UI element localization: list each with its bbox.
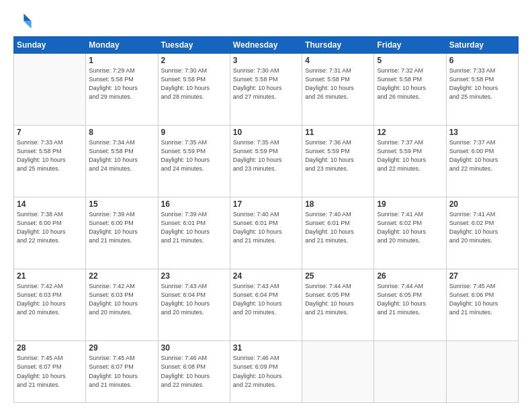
day-info: Sunrise: 7:40 AM Sunset: 6:01 PM Dayligh… bbox=[233, 210, 299, 245]
day-info: Sunrise: 7:37 AM Sunset: 6:00 PM Dayligh… bbox=[449, 138, 515, 173]
calendar-day-cell: 7Sunrise: 7:33 AM Sunset: 5:58 PM Daylig… bbox=[14, 126, 86, 197]
calendar-day-cell: 11Sunrise: 7:36 AM Sunset: 5:59 PM Dayli… bbox=[302, 126, 374, 197]
day-number: 27 bbox=[449, 271, 515, 281]
calendar-day-cell: 12Sunrise: 7:37 AM Sunset: 5:59 PM Dayli… bbox=[374, 126, 446, 197]
day-number: 5 bbox=[377, 56, 443, 65]
calendar-day-cell: 20Sunrise: 7:41 AM Sunset: 6:02 PM Dayli… bbox=[446, 197, 518, 269]
day-info: Sunrise: 7:39 AM Sunset: 6:00 PM Dayligh… bbox=[89, 210, 154, 245]
day-number: 19 bbox=[377, 199, 443, 209]
day-info: Sunrise: 7:34 AM Sunset: 5:58 PM Dayligh… bbox=[89, 138, 154, 173]
day-info: Sunrise: 7:35 AM Sunset: 5:59 PM Dayligh… bbox=[161, 138, 227, 173]
calendar-day-cell: 18Sunrise: 7:40 AM Sunset: 6:01 PM Dayli… bbox=[302, 197, 374, 269]
page: SundayMondayTuesdayWednesdayThursdayFrid… bbox=[0, 0, 532, 411]
weekday-header: Saturday bbox=[446, 37, 518, 54]
day-info: Sunrise: 7:46 AM Sunset: 6:08 PM Dayligh… bbox=[161, 354, 227, 389]
day-number: 11 bbox=[305, 128, 371, 137]
calendar-day-cell: 26Sunrise: 7:44 AM Sunset: 6:05 PM Dayli… bbox=[374, 269, 446, 341]
svg-marker-0 bbox=[24, 13, 31, 21]
day-info: Sunrise: 7:44 AM Sunset: 6:05 PM Dayligh… bbox=[305, 282, 371, 317]
day-info: Sunrise: 7:44 AM Sunset: 6:05 PM Dayligh… bbox=[377, 282, 443, 317]
day-number: 24 bbox=[233, 271, 299, 281]
day-number: 23 bbox=[161, 271, 227, 281]
weekday-header: Friday bbox=[374, 37, 446, 54]
calendar-day-cell: 2Sunrise: 7:30 AM Sunset: 5:58 PM Daylig… bbox=[158, 54, 230, 126]
calendar-day-cell: 16Sunrise: 7:39 AM Sunset: 6:01 PM Dayli… bbox=[158, 197, 230, 269]
calendar-day-cell: 21Sunrise: 7:42 AM Sunset: 6:03 PM Dayli… bbox=[14, 269, 86, 341]
calendar-day-cell bbox=[302, 341, 374, 403]
weekday-header: Wednesday bbox=[230, 37, 302, 54]
day-number: 20 bbox=[449, 199, 515, 209]
calendar-week-row: 28Sunrise: 7:45 AM Sunset: 6:07 PM Dayli… bbox=[14, 341, 519, 403]
day-info: Sunrise: 7:45 AM Sunset: 6:06 PM Dayligh… bbox=[449, 282, 515, 317]
calendar-week-row: 1Sunrise: 7:29 AM Sunset: 5:58 PM Daylig… bbox=[14, 54, 519, 126]
calendar-week-row: 14Sunrise: 7:38 AM Sunset: 6:00 PM Dayli… bbox=[14, 197, 519, 269]
calendar-day-cell bbox=[374, 341, 446, 403]
weekday-header: Monday bbox=[86, 37, 158, 54]
calendar-week-row: 21Sunrise: 7:42 AM Sunset: 6:03 PM Dayli… bbox=[14, 269, 519, 341]
calendar-day-cell: 29Sunrise: 7:45 AM Sunset: 6:07 PM Dayli… bbox=[86, 341, 158, 403]
calendar-day-cell: 19Sunrise: 7:41 AM Sunset: 6:02 PM Dayli… bbox=[374, 197, 446, 269]
calendar-table: SundayMondayTuesdayWednesdayThursdayFrid… bbox=[13, 36, 519, 403]
day-number: 26 bbox=[377, 271, 443, 281]
day-number: 16 bbox=[161, 199, 227, 209]
day-info: Sunrise: 7:30 AM Sunset: 5:58 PM Dayligh… bbox=[161, 66, 227, 101]
day-info: Sunrise: 7:41 AM Sunset: 6:02 PM Dayligh… bbox=[377, 210, 443, 245]
day-number: 12 bbox=[377, 128, 443, 137]
day-number: 8 bbox=[89, 128, 154, 137]
day-info: Sunrise: 7:36 AM Sunset: 5:59 PM Dayligh… bbox=[305, 138, 371, 173]
calendar-day-cell: 5Sunrise: 7:32 AM Sunset: 5:58 PM Daylig… bbox=[374, 54, 446, 126]
day-info: Sunrise: 7:45 AM Sunset: 6:07 PM Dayligh… bbox=[89, 354, 154, 389]
day-number: 1 bbox=[89, 56, 154, 65]
calendar-day-cell: 8Sunrise: 7:34 AM Sunset: 5:58 PM Daylig… bbox=[86, 126, 158, 197]
calendar-day-cell: 1Sunrise: 7:29 AM Sunset: 5:58 PM Daylig… bbox=[86, 54, 158, 126]
day-number: 29 bbox=[89, 343, 154, 353]
day-number: 31 bbox=[233, 343, 299, 353]
calendar-day-cell: 6Sunrise: 7:33 AM Sunset: 5:58 PM Daylig… bbox=[446, 54, 518, 126]
calendar-day-cell: 13Sunrise: 7:37 AM Sunset: 6:00 PM Dayli… bbox=[446, 126, 518, 197]
day-info: Sunrise: 7:43 AM Sunset: 6:04 PM Dayligh… bbox=[161, 282, 227, 317]
day-number: 22 bbox=[89, 271, 154, 281]
header bbox=[13, 11, 519, 30]
day-info: Sunrise: 7:33 AM Sunset: 5:58 PM Dayligh… bbox=[449, 66, 515, 101]
day-info: Sunrise: 7:33 AM Sunset: 5:58 PM Dayligh… bbox=[17, 138, 83, 173]
calendar-day-cell: 17Sunrise: 7:40 AM Sunset: 6:01 PM Dayli… bbox=[230, 197, 302, 269]
calendar-day-cell: 31Sunrise: 7:46 AM Sunset: 6:09 PM Dayli… bbox=[230, 341, 302, 403]
day-number: 7 bbox=[17, 128, 83, 137]
day-number: 30 bbox=[161, 343, 227, 353]
day-number: 14 bbox=[17, 199, 83, 209]
calendar-day-cell: 25Sunrise: 7:44 AM Sunset: 6:05 PM Dayli… bbox=[302, 269, 374, 341]
day-info: Sunrise: 7:43 AM Sunset: 6:04 PM Dayligh… bbox=[233, 282, 299, 317]
day-info: Sunrise: 7:40 AM Sunset: 6:01 PM Dayligh… bbox=[305, 210, 371, 245]
day-number: 4 bbox=[305, 56, 371, 65]
day-info: Sunrise: 7:31 AM Sunset: 5:58 PM Dayligh… bbox=[305, 66, 371, 101]
calendar-day-cell: 23Sunrise: 7:43 AM Sunset: 6:04 PM Dayli… bbox=[158, 269, 230, 341]
day-info: Sunrise: 7:32 AM Sunset: 5:58 PM Dayligh… bbox=[377, 66, 443, 101]
day-info: Sunrise: 7:38 AM Sunset: 6:00 PM Dayligh… bbox=[17, 210, 83, 245]
day-info: Sunrise: 7:41 AM Sunset: 6:02 PM Dayligh… bbox=[449, 210, 515, 245]
day-number: 28 bbox=[17, 343, 83, 353]
calendar-day-cell: 15Sunrise: 7:39 AM Sunset: 6:00 PM Dayli… bbox=[86, 197, 158, 269]
calendar-day-cell: 28Sunrise: 7:45 AM Sunset: 6:07 PM Dayli… bbox=[14, 341, 86, 403]
weekday-header: Sunday bbox=[14, 37, 86, 54]
weekday-header: Thursday bbox=[302, 37, 374, 54]
day-info: Sunrise: 7:37 AM Sunset: 5:59 PM Dayligh… bbox=[377, 138, 443, 173]
day-info: Sunrise: 7:46 AM Sunset: 6:09 PM Dayligh… bbox=[233, 354, 299, 389]
day-number: 2 bbox=[161, 56, 227, 65]
day-number: 10 bbox=[233, 128, 299, 137]
svg-marker-1 bbox=[24, 21, 31, 28]
calendar-day-cell: 4Sunrise: 7:31 AM Sunset: 5:58 PM Daylig… bbox=[302, 54, 374, 126]
day-info: Sunrise: 7:45 AM Sunset: 6:07 PM Dayligh… bbox=[17, 354, 83, 389]
calendar-day-cell: 22Sunrise: 7:42 AM Sunset: 6:03 PM Dayli… bbox=[86, 269, 158, 341]
day-info: Sunrise: 7:30 AM Sunset: 5:58 PM Dayligh… bbox=[233, 66, 299, 101]
day-info: Sunrise: 7:39 AM Sunset: 6:01 PM Dayligh… bbox=[161, 210, 227, 245]
calendar-week-row: 7Sunrise: 7:33 AM Sunset: 5:58 PM Daylig… bbox=[14, 126, 519, 197]
calendar-day-cell: 9Sunrise: 7:35 AM Sunset: 5:59 PM Daylig… bbox=[158, 126, 230, 197]
calendar-day-cell bbox=[14, 54, 86, 126]
day-number: 17 bbox=[233, 199, 299, 209]
calendar-day-cell: 27Sunrise: 7:45 AM Sunset: 6:06 PM Dayli… bbox=[446, 269, 518, 341]
day-number: 21 bbox=[17, 271, 83, 281]
day-info: Sunrise: 7:42 AM Sunset: 6:03 PM Dayligh… bbox=[17, 282, 83, 317]
day-info: Sunrise: 7:42 AM Sunset: 6:03 PM Dayligh… bbox=[89, 282, 154, 317]
day-info: Sunrise: 7:29 AM Sunset: 5:58 PM Dayligh… bbox=[89, 66, 154, 101]
calendar-day-cell: 30Sunrise: 7:46 AM Sunset: 6:08 PM Dayli… bbox=[158, 341, 230, 403]
